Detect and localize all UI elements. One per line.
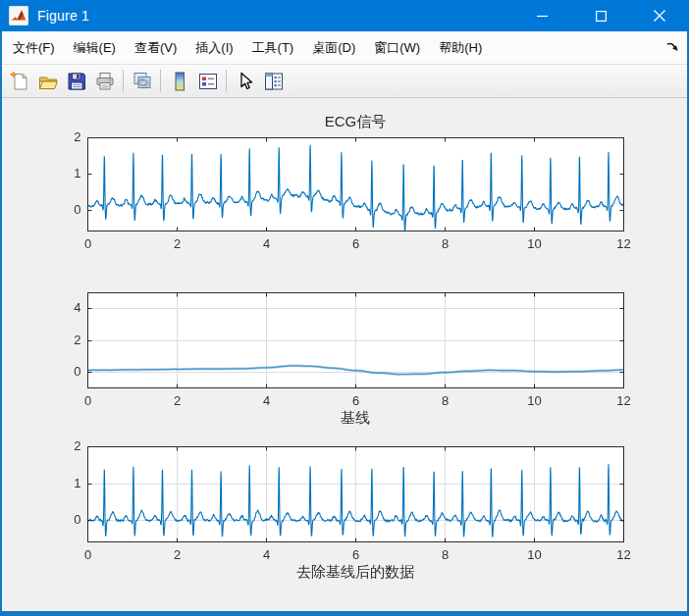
menu-item-edit[interactable]: 编辑(E)	[66, 34, 124, 62]
figure-canvas-area: ECG信号 基线 去除基线后的数据	[2, 98, 687, 611]
window-title: Figure 1	[37, 8, 89, 24]
figure-window: Figure 1 文件(F) 编辑(E) 查看(V) 插入(I) 工具(T) 桌…	[0, 0, 689, 616]
maximize-button[interactable]	[571, 0, 630, 31]
matlab-icon	[9, 6, 28, 26]
print-figure-icon[interactable]	[91, 68, 118, 94]
title-bar[interactable]: Figure 1	[0, 0, 689, 31]
link-plot-icon[interactable]	[129, 68, 155, 94]
save-figure-icon[interactable]	[63, 68, 89, 94]
menu-item-insert[interactable]: 插入(I)	[187, 34, 240, 62]
plots-canvas	[2, 98, 687, 611]
toolbar-separator	[226, 70, 227, 92]
menu-item-desktop[interactable]: 桌面(D)	[304, 34, 363, 62]
menu-item-tools[interactable]: 工具(T)	[244, 34, 302, 62]
edit-plot-arrow-icon[interactable]	[232, 68, 258, 94]
menu-item-view[interactable]: 查看(V)	[127, 34, 185, 62]
dock-figure-arrow-icon[interactable]	[664, 40, 680, 56]
insert-legend-icon[interactable]	[194, 68, 221, 94]
menu-item-help[interactable]: 帮助(H)	[431, 34, 490, 62]
minimize-button[interactable]	[512, 0, 571, 31]
new-figure-icon[interactable]	[6, 68, 32, 94]
menu-item-window[interactable]: 窗口(W)	[366, 34, 428, 62]
toolbar-separator	[123, 70, 124, 92]
tool-bar	[2, 65, 687, 98]
open-file-icon[interactable]	[34, 68, 61, 94]
close-button[interactable]	[630, 0, 689, 31]
property-editor-icon[interactable]	[260, 68, 287, 94]
insert-colorbar-icon[interactable]	[166, 68, 192, 94]
window-controls	[512, 0, 689, 31]
menu-item-file[interactable]: 文件(F)	[5, 34, 63, 62]
menu-bar: 文件(F) 编辑(E) 查看(V) 插入(I) 工具(T) 桌面(D) 窗口(W…	[2, 31, 687, 65]
toolbar-separator	[160, 70, 161, 92]
